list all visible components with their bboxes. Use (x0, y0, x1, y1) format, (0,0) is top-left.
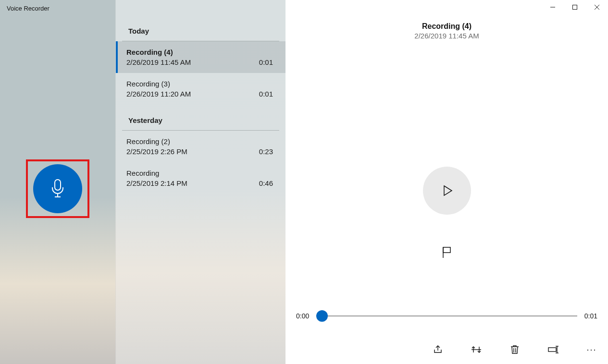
trim-button[interactable] (469, 342, 484, 357)
svg-rect-4 (573, 5, 577, 10)
group-header: Today (122, 24, 279, 41)
more-button[interactable]: ··· (584, 342, 599, 357)
recording-item[interactable]: Recording (4) 2/26/2019 11:45 AM 0:01 (116, 41, 285, 73)
svg-rect-16 (548, 348, 556, 352)
rename-icon (547, 345, 559, 354)
action-bar: ··· (427, 338, 602, 361)
recording-name: Recording (2) (126, 137, 170, 146)
close-button[interactable] (586, 0, 608, 14)
microphone-icon (50, 179, 66, 199)
time-total: 0:01 (580, 312, 597, 320)
recordings-list: Today Recording (4) 2/26/2019 11:45 AM 0… (115, 0, 285, 364)
minimize-icon (550, 4, 556, 10)
trim-icon (471, 345, 482, 354)
maximize-icon (572, 4, 578, 10)
play-button[interactable] (423, 167, 471, 215)
recording-item[interactable]: Recording (2) 2/25/2019 2:26 PM 0:23 (116, 131, 285, 162)
close-icon (594, 4, 600, 10)
record-pane: Voice Recorder (0, 0, 115, 364)
progress-bar: 0:00 0:01 (285, 312, 608, 320)
group-block: Recording (4) 2/26/2019 11:45 AM 0:01 Re… (116, 41, 285, 105)
share-icon (433, 344, 443, 355)
recording-duration: 0:01 (259, 58, 273, 66)
flag-icon (441, 246, 453, 259)
svg-rect-9 (443, 247, 450, 253)
recording-item[interactable]: Recording (3) 2/26/2019 11:20 AM 0:01 (116, 73, 285, 105)
add-marker-button[interactable] (441, 246, 453, 261)
maximize-button[interactable] (564, 0, 586, 14)
recording-name: Recording (4) (126, 48, 173, 56)
window-controls (542, 0, 608, 14)
play-icon (439, 182, 455, 199)
group-header: Yesterday (122, 113, 279, 131)
recording-item[interactable]: Recording 2/25/2019 2:14 PM 0:46 (116, 162, 285, 194)
svg-rect-0 (55, 180, 61, 190)
trash-icon (510, 344, 520, 355)
detail-pane: Recording (4) 2/26/2019 11:45 AM 0:00 0:… (285, 0, 608, 364)
recording-timestamp: 2/25/2019 2:26 PM (126, 147, 187, 156)
recording-name: Recording (126, 169, 159, 177)
recording-duration: 0:46 (259, 179, 273, 187)
seek-track[interactable] (316, 315, 577, 316)
seek-thumb[interactable] (316, 310, 328, 322)
svg-marker-7 (444, 186, 452, 195)
share-button[interactable] (430, 342, 446, 357)
recording-timestamp: 2/26/2019 11:45 AM (126, 58, 191, 66)
rename-button[interactable] (546, 342, 561, 357)
group-block: Recording (2) 2/25/2019 2:26 PM 0:23 Rec… (116, 131, 285, 194)
more-icon: ··· (586, 345, 596, 355)
app-title: Voice Recorder (7, 5, 50, 12)
delete-button[interactable] (507, 342, 522, 357)
recording-duration: 0:23 (259, 147, 273, 156)
record-button[interactable] (33, 164, 82, 213)
recording-timestamp: 2/25/2019 2:14 PM (126, 179, 187, 187)
detail-timestamp: 2/26/2019 11:45 AM (414, 32, 479, 40)
recording-duration: 0:01 (259, 90, 273, 98)
recording-name: Recording (3) (126, 80, 170, 88)
detail-title: Recording (4) (422, 22, 472, 31)
record-button-highlight (26, 159, 89, 218)
time-current: 0:00 (296, 312, 313, 320)
minimize-button[interactable] (542, 0, 564, 14)
recording-timestamp: 2/26/2019 11:20 AM (126, 90, 191, 98)
